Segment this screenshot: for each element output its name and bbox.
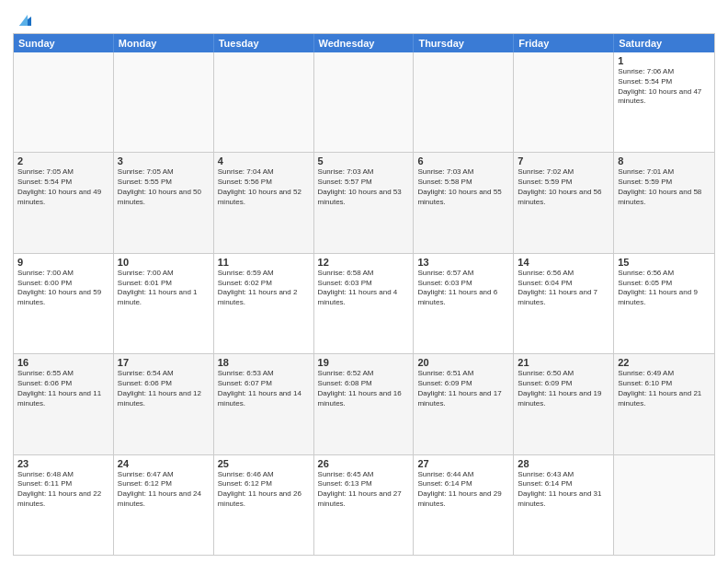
header-cell-tuesday: Tuesday [214, 34, 314, 52]
header-cell-wednesday: Wednesday [314, 34, 415, 52]
calendar-body: 1Sunrise: 7:06 AM Sunset: 5:54 PM Daylig… [14, 52, 714, 555]
day-info: Sunrise: 6:59 AM Sunset: 6:02 PM Dayligh… [218, 269, 310, 308]
logo [13, 9, 35, 28]
day-number: 9 [17, 257, 109, 268]
day-info: Sunrise: 6:47 AM Sunset: 6:12 PM Dayligh… [118, 470, 210, 510]
day-number: 8 [618, 155, 711, 167]
day-number: 19 [318, 357, 410, 368]
cal-cell-r4-c2: 25Sunrise: 6:46 AM Sunset: 6:12 PM Dayli… [214, 455, 314, 555]
cal-cell-r3-c0: 16Sunrise: 6:55 AM Sunset: 6:06 PM Dayli… [14, 354, 114, 454]
day-number: 26 [318, 458, 410, 469]
day-number: 12 [318, 257, 410, 268]
day-info: Sunrise: 6:45 AM Sunset: 6:13 PM Dayligh… [318, 470, 410, 510]
cal-cell-r1-c3: 5Sunrise: 7:03 AM Sunset: 5:57 PM Daylig… [314, 153, 415, 252]
cal-cell-r1-c5: 7Sunrise: 7:02 AM Sunset: 5:59 PM Daylig… [514, 153, 614, 252]
cal-cell-r3-c2: 18Sunrise: 6:53 AM Sunset: 6:07 PM Dayli… [214, 354, 314, 454]
header-cell-saturday: Saturday [614, 34, 714, 52]
day-number: 1 [618, 55, 711, 66]
cal-cell-r2-c4: 13Sunrise: 6:57 AM Sunset: 6:03 PM Dayli… [414, 254, 514, 353]
day-info: Sunrise: 7:04 AM Sunset: 5:56 PM Dayligh… [218, 167, 310, 207]
cal-cell-r1-c4: 6Sunrise: 7:03 AM Sunset: 5:58 PM Daylig… [414, 153, 514, 252]
day-number: 13 [417, 257, 509, 268]
day-number: 7 [518, 155, 609, 167]
cal-cell-r2-c2: 11Sunrise: 6:59 AM Sunset: 6:02 PM Dayli… [214, 254, 314, 353]
day-info: Sunrise: 6:56 AM Sunset: 6:05 PM Dayligh… [618, 269, 711, 308]
svg-marker-1 [19, 15, 28, 26]
day-number: 17 [118, 357, 210, 368]
day-info: Sunrise: 7:00 AM Sunset: 6:00 PM Dayligh… [17, 269, 109, 308]
calendar-header: SundayMondayTuesdayWednesdayThursdayFrid… [14, 34, 714, 52]
day-number: 25 [218, 458, 310, 469]
cal-cell-r4-c5: 28Sunrise: 6:43 AM Sunset: 6:14 PM Dayli… [514, 455, 614, 555]
cal-cell-r2-c3: 12Sunrise: 6:58 AM Sunset: 6:03 PM Dayli… [314, 254, 415, 353]
day-info: Sunrise: 7:05 AM Sunset: 5:54 PM Dayligh… [17, 167, 109, 207]
day-info: Sunrise: 6:49 AM Sunset: 6:10 PM Dayligh… [618, 369, 711, 408]
cal-cell-r1-c2: 4Sunrise: 7:04 AM Sunset: 5:56 PM Daylig… [214, 153, 314, 252]
day-info: Sunrise: 7:05 AM Sunset: 5:55 PM Dayligh… [118, 167, 210, 207]
cal-cell-r1-c6: 8Sunrise: 7:01 AM Sunset: 5:59 PM Daylig… [614, 153, 714, 252]
day-info: Sunrise: 6:50 AM Sunset: 6:09 PM Dayligh… [518, 369, 609, 408]
day-info: Sunrise: 6:43 AM Sunset: 6:14 PM Dayligh… [518, 470, 609, 510]
day-number: 16 [17, 357, 109, 368]
cal-cell-r4-c3: 26Sunrise: 6:45 AM Sunset: 6:13 PM Dayli… [314, 455, 415, 555]
cal-row-2: 9Sunrise: 7:00 AM Sunset: 6:00 PM Daylig… [14, 254, 714, 354]
header [13, 9, 715, 28]
day-number: 22 [618, 357, 711, 368]
day-number: 3 [118, 155, 210, 167]
day-info: Sunrise: 7:06 AM Sunset: 5:54 PM Dayligh… [618, 67, 711, 107]
day-number: 23 [17, 458, 109, 469]
day-info: Sunrise: 6:46 AM Sunset: 6:12 PM Dayligh… [218, 470, 310, 510]
day-info: Sunrise: 6:52 AM Sunset: 6:08 PM Dayligh… [318, 369, 410, 408]
day-info: Sunrise: 7:00 AM Sunset: 6:01 PM Dayligh… [118, 269, 210, 308]
day-info: Sunrise: 6:53 AM Sunset: 6:07 PM Dayligh… [218, 369, 310, 408]
day-number: 20 [417, 357, 509, 368]
header-cell-friday: Friday [514, 34, 614, 52]
day-info: Sunrise: 7:01 AM Sunset: 5:59 PM Dayligh… [618, 167, 711, 207]
day-number: 5 [318, 155, 410, 167]
cal-cell-r0-c0 [14, 52, 114, 152]
cal-cell-r4-c6 [614, 455, 714, 555]
day-number: 27 [417, 458, 509, 469]
cal-cell-r4-c4: 27Sunrise: 6:44 AM Sunset: 6:14 PM Dayli… [414, 455, 514, 555]
cal-cell-r3-c6: 22Sunrise: 6:49 AM Sunset: 6:10 PM Dayli… [614, 354, 714, 454]
day-info: Sunrise: 7:03 AM Sunset: 5:57 PM Dayligh… [318, 167, 410, 207]
cal-cell-r3-c3: 19Sunrise: 6:52 AM Sunset: 6:08 PM Dayli… [314, 354, 415, 454]
day-info: Sunrise: 6:56 AM Sunset: 6:04 PM Dayligh… [518, 269, 609, 308]
cal-cell-r0-c6: 1Sunrise: 7:06 AM Sunset: 5:54 PM Daylig… [614, 52, 714, 152]
cal-row-3: 16Sunrise: 6:55 AM Sunset: 6:06 PM Dayli… [14, 354, 714, 454]
header-cell-thursday: Thursday [414, 34, 514, 52]
header-cell-monday: Monday [114, 34, 214, 52]
header-cell-sunday: Sunday [14, 34, 114, 52]
cal-cell-r4-c1: 24Sunrise: 6:47 AM Sunset: 6:12 PM Dayli… [114, 455, 214, 555]
cal-row-4: 23Sunrise: 6:48 AM Sunset: 6:11 PM Dayli… [14, 455, 714, 555]
page: SundayMondayTuesdayWednesdayThursdayFrid… [0, 0, 728, 563]
day-number: 10 [118, 257, 210, 268]
day-number: 24 [118, 458, 210, 469]
day-number: 21 [518, 357, 609, 368]
day-info: Sunrise: 6:48 AM Sunset: 6:11 PM Dayligh… [17, 470, 109, 510]
day-number: 2 [17, 155, 109, 167]
cal-cell-r2-c6: 15Sunrise: 6:56 AM Sunset: 6:05 PM Dayli… [614, 254, 714, 353]
day-number: 15 [618, 257, 711, 268]
day-info: Sunrise: 7:02 AM Sunset: 5:59 PM Dayligh… [518, 167, 609, 207]
calendar: SundayMondayTuesdayWednesdayThursdayFrid… [13, 33, 715, 556]
day-number: 6 [417, 155, 509, 167]
cal-cell-r2-c5: 14Sunrise: 6:56 AM Sunset: 6:04 PM Dayli… [514, 254, 614, 353]
cal-cell-r3-c1: 17Sunrise: 6:54 AM Sunset: 6:06 PM Dayli… [114, 354, 214, 454]
cal-cell-r2-c0: 9Sunrise: 7:00 AM Sunset: 6:00 PM Daylig… [14, 254, 114, 353]
day-info: Sunrise: 6:55 AM Sunset: 6:06 PM Dayligh… [17, 369, 109, 408]
cal-cell-r0-c1 [114, 52, 214, 152]
cal-cell-r1-c1: 3Sunrise: 7:05 AM Sunset: 5:55 PM Daylig… [114, 153, 214, 252]
day-number: 4 [218, 155, 310, 167]
cal-cell-r1-c0: 2Sunrise: 7:05 AM Sunset: 5:54 PM Daylig… [14, 153, 114, 252]
day-number: 14 [518, 257, 609, 268]
cal-cell-r3-c4: 20Sunrise: 6:51 AM Sunset: 6:09 PM Dayli… [414, 354, 514, 454]
cal-cell-r3-c5: 21Sunrise: 6:50 AM Sunset: 6:09 PM Dayli… [514, 354, 614, 454]
cal-cell-r0-c2 [214, 52, 314, 152]
day-info: Sunrise: 6:44 AM Sunset: 6:14 PM Dayligh… [417, 470, 509, 510]
cal-row-1: 2Sunrise: 7:05 AM Sunset: 5:54 PM Daylig… [14, 153, 714, 253]
cal-row-0: 1Sunrise: 7:06 AM Sunset: 5:54 PM Daylig… [14, 52, 714, 153]
day-number: 11 [218, 257, 310, 268]
cal-cell-r0-c5 [514, 52, 614, 152]
cal-cell-r2-c1: 10Sunrise: 7:00 AM Sunset: 6:01 PM Dayli… [114, 254, 214, 353]
